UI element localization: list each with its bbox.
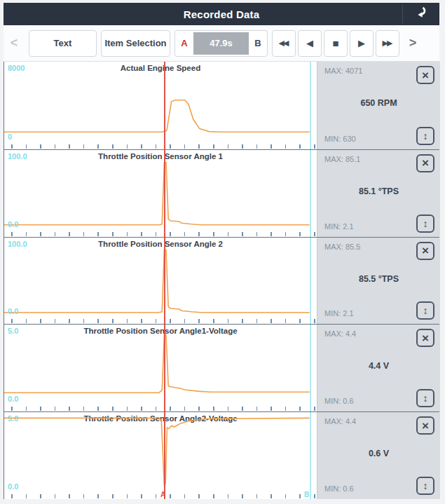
signal-trace xyxy=(4,238,317,317)
cursor-b-line[interactable] xyxy=(310,325,311,411)
tick-mark xyxy=(83,494,85,498)
cursor-a-line[interactable] xyxy=(164,150,165,237)
tick-mark xyxy=(314,319,315,323)
current-value: 85.1 °TPS xyxy=(317,186,440,196)
tick-mark xyxy=(141,144,142,149)
tick-mark xyxy=(271,232,272,236)
cursor-b-line[interactable] xyxy=(310,150,311,237)
cursor-b-button[interactable]: B xyxy=(249,38,267,48)
expand-channel-button[interactable]: ↕ xyxy=(416,127,434,145)
cursor-a-line[interactable] xyxy=(164,238,165,325)
tick-mark xyxy=(55,407,56,411)
tick-mark xyxy=(314,232,315,236)
tick-mark xyxy=(83,232,85,236)
tick-mark xyxy=(112,407,114,411)
item-selection-button[interactable]: Item Selection xyxy=(101,30,170,57)
chart-plot-area[interactable]: 8000 Actual Engine Speed 0 xyxy=(4,62,317,149)
tick-mark xyxy=(40,407,41,411)
tick-mark xyxy=(127,232,128,236)
min-value-label: MIN: 0.6 xyxy=(324,484,354,493)
tick-mark xyxy=(26,407,27,411)
chart-panel-row: 5.0 Throttle Position Sensor Angle1-Volt… xyxy=(4,324,439,411)
close-channel-button[interactable]: × xyxy=(416,329,434,347)
chart-panels: 8000 Actual Engine Speed 0 MAX: 4071 × 6… xyxy=(4,62,439,499)
chart-plot-area[interactable]: 5.0 Throttle Position Sensor Angle2-Volt… xyxy=(4,412,317,499)
tick-mark xyxy=(285,232,287,236)
tick-mark xyxy=(55,494,56,498)
tick-mark xyxy=(228,232,229,236)
tick-mark xyxy=(69,232,70,236)
chart-plot-area[interactable]: 100.0 Throttle Position Sensor Angle 1 0… xyxy=(4,150,317,237)
tick-mark xyxy=(198,407,200,411)
min-value-label: MIN: 630 xyxy=(324,135,356,143)
page-next-button[interactable]: > xyxy=(404,36,422,50)
tick-mark xyxy=(184,144,186,149)
value-side-panel: MAX: 85.1 × 85.1 °TPS MIN: 2.1 ↕ xyxy=(317,150,440,237)
cursor-b-line[interactable] xyxy=(310,412,311,499)
stop-button[interactable]: ■ xyxy=(324,30,348,57)
tick-mark xyxy=(141,232,142,236)
tick-mark xyxy=(213,232,214,236)
close-icon: × xyxy=(422,420,429,432)
tick-mark xyxy=(97,144,99,149)
tick-mark xyxy=(213,319,214,323)
tick-mark xyxy=(228,494,229,498)
close-channel-button[interactable]: × xyxy=(416,154,434,172)
tick-mark xyxy=(213,494,214,498)
tick-mark xyxy=(11,407,13,411)
cursor-b-line[interactable] xyxy=(310,238,311,325)
chart-plot-area[interactable]: 5.0 Throttle Position Sensor Angle1-Volt… xyxy=(4,325,317,411)
expand-channel-button[interactable]: ↕ xyxy=(416,214,434,233)
tick-mark xyxy=(256,144,258,149)
tick-mark xyxy=(11,494,13,498)
tick-mark xyxy=(40,494,41,498)
page-previous-button[interactable]: < xyxy=(5,36,23,50)
max-value-label: MAX: 4.4 xyxy=(324,329,356,338)
exit-button[interactable] xyxy=(409,6,431,22)
text-view-button[interactable]: Text xyxy=(29,30,97,57)
tick-mark xyxy=(285,407,287,411)
close-channel-button[interactable]: × xyxy=(416,242,434,260)
tick-mark xyxy=(156,144,157,149)
chart-panel-row: 5.0 Throttle Position Sensor Angle2-Volt… xyxy=(4,411,439,499)
tick-mark xyxy=(198,232,200,236)
tick-mark xyxy=(198,144,200,149)
value-side-panel: MAX: 85.5 × 85.5 °TPS MIN: 2.1 ↕ xyxy=(317,238,440,325)
expand-vertical-icon: ↕ xyxy=(423,219,428,229)
tick-mark xyxy=(242,407,243,411)
cursor-a-line[interactable] xyxy=(164,412,165,499)
signal-trace xyxy=(4,325,317,404)
cursor-b-line[interactable] xyxy=(310,62,311,149)
chart-plot-area[interactable]: 100.0 Throttle Position Sensor Angle 2 0… xyxy=(4,238,317,325)
tick-mark xyxy=(83,319,85,323)
min-value-label: MIN: 2.1 xyxy=(324,222,354,231)
tick-mark xyxy=(40,319,41,323)
tick-mark xyxy=(213,144,214,149)
close-icon: × xyxy=(422,332,429,344)
chart-panel-row: 8000 Actual Engine Speed 0 MAX: 4071 × 6… xyxy=(4,62,439,149)
tick-mark xyxy=(97,232,99,236)
cursor-b-marker: B xyxy=(304,491,309,498)
close-channel-button[interactable]: × xyxy=(416,66,434,84)
expand-channel-button[interactable]: ↕ xyxy=(416,301,434,320)
expand-channel-button[interactable]: ↕ xyxy=(416,477,434,495)
max-value-label: MAX: 4071 xyxy=(324,67,362,75)
tick-mark xyxy=(299,494,301,498)
tick-mark xyxy=(112,232,114,236)
tick-mark xyxy=(285,144,287,149)
fast-forward-button[interactable]: ▶▶ xyxy=(376,30,399,57)
tick-mark xyxy=(256,232,258,236)
cursor-a-button[interactable]: A xyxy=(175,38,193,48)
play-forward-button[interactable]: ▶ xyxy=(350,30,374,57)
rewind-button[interactable]: ◀◀ xyxy=(272,30,296,57)
play-backward-button[interactable]: ◀ xyxy=(298,30,322,57)
time-axis-ticks xyxy=(4,318,317,324)
tick-mark xyxy=(55,232,56,236)
cursor-a-line[interactable] xyxy=(164,62,165,149)
expand-channel-button[interactable]: ↕ xyxy=(416,389,434,407)
close-channel-button[interactable]: × xyxy=(416,416,434,435)
tick-mark xyxy=(83,144,85,149)
cursor-a-line[interactable] xyxy=(164,325,165,411)
tick-mark xyxy=(40,232,41,236)
ab-range-control: A 47.9s B xyxy=(174,30,268,57)
